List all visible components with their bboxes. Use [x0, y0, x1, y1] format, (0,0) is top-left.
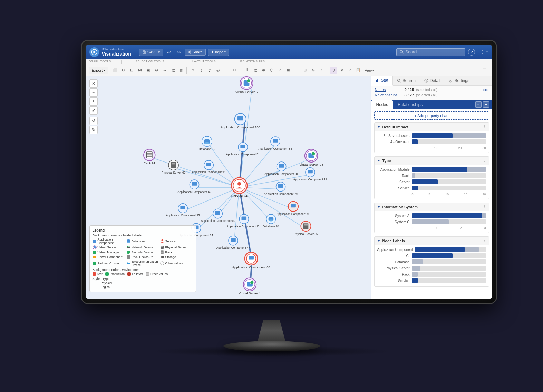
node-vs5[interactable]: Virtual Server 5 — [235, 77, 257, 94]
search-icon — [399, 50, 404, 54]
share-button[interactable]: Share — [185, 49, 205, 56]
relationships-label[interactable]: Relationships — [375, 93, 403, 97]
node-ac86[interactable]: Application Component 86 — [258, 137, 292, 150]
select-tool[interactable]: ⬜ — [111, 67, 119, 74]
rel-tool-3[interactable]: ↗ — [346, 67, 354, 74]
node-layout-tool[interactable]: ⋮⋮ — [293, 67, 300, 74]
tab-detail[interactable]: i Detail — [420, 76, 445, 85]
node-vs98[interactable]: Virtual Server 98 — [299, 149, 323, 167]
settings-tool[interactable]: ⚙ — [119, 67, 127, 74]
lasso-tool[interactable]: ⤵ — [198, 67, 205, 74]
block-tool[interactable]: ⊗ — [153, 67, 160, 74]
svg-rect-59 — [147, 156, 152, 157]
node-labels-more-icon[interactable]: ⋮ — [482, 238, 486, 243]
node-ac31[interactable]: Application Component 31 — [192, 160, 225, 174]
nodes-label[interactable]: Nodes — [375, 88, 403, 92]
info-system-more-icon[interactable]: ⋮ — [482, 205, 486, 209]
force-layout-tool[interactable]: ☆ — [318, 67, 325, 74]
chart-default-impact-body: 3 - Several users 4 - One user — [375, 131, 489, 153]
zoom-in-button[interactable]: + — [89, 97, 98, 106]
arrow-tool[interactable]: → — [161, 67, 168, 74]
save-button[interactable]: SAVE ▾ — [139, 49, 164, 56]
nr-tab-nodes[interactable]: Nodes — [371, 100, 393, 109]
more-link[interactable]: more — [481, 88, 488, 92]
svg-point-1 — [93, 51, 95, 53]
circle-select-tool[interactable]: ◎ — [214, 67, 222, 74]
node-ac68[interactable]: Application Component 68 — [232, 252, 270, 270]
group-tool[interactable]: ▣ — [144, 67, 152, 74]
rel-tool-1[interactable]: ⬡ — [330, 67, 337, 74]
list-view-button[interactable]: ☰ — [480, 67, 489, 74]
add-property-button[interactable]: + Add property chart — [374, 111, 489, 120]
svg-rect-137 — [93, 251, 96, 254]
node-ac100[interactable]: Application Component 100 — [220, 113, 260, 129]
more-options-icon[interactable]: ⋮ — [482, 125, 486, 129]
rel-tool-2[interactable]: ⊗ — [338, 67, 346, 74]
type-more-icon[interactable]: ⋮ — [482, 158, 486, 163]
svg-point-47 — [204, 142, 210, 144]
relationships-value: 8 / 27 — [405, 93, 414, 97]
pause-tool[interactable]: ⏸ — [223, 67, 230, 74]
node-svc24[interactable]: Service 24 — [231, 178, 248, 198]
import-button[interactable]: ⬆ Import — [208, 49, 229, 56]
help-icon[interactable]: ? — [468, 49, 475, 56]
mesh-layout-tool[interactable]: ⊞ — [301, 67, 309, 74]
node-ac95[interactable]: Application Component 95 — [166, 204, 200, 217]
node-db55[interactable]: Database 55 — [198, 136, 215, 151]
node-ac34[interactable]: Application Component 34 — [264, 162, 298, 176]
minus-button[interactable]: − — [475, 101, 482, 108]
export-button[interactable]: Export ▾ — [89, 67, 109, 74]
node-ac51[interactable]: Application Component 51 — [226, 143, 260, 156]
node-ac62[interactable]: Application Component 62 — [177, 180, 211, 194]
tab-settings[interactable]: Settings — [445, 76, 474, 85]
share-layout-tool[interactable]: ↗ — [276, 67, 284, 74]
node-labels-collapse-icon[interactable]: ▼ — [377, 239, 381, 243]
info-system-collapse-icon[interactable]: ▼ — [377, 205, 381, 209]
node-ac93b[interactable]: Application Component 93 — [201, 209, 234, 223]
layout-tool[interactable]: ⊞ — [128, 67, 135, 74]
redo-button[interactable]: ↪ — [175, 48, 183, 56]
type-collapse-icon[interactable]: ▼ — [377, 159, 381, 163]
radial-layout-tool[interactable]: ⊛ — [309, 67, 317, 74]
undo-button[interactable]: ↩ — [165, 48, 173, 56]
zoom-out-button[interactable]: − — [89, 88, 98, 97]
node-ac47[interactable]: Application Component 47 — [216, 236, 250, 250]
legend-item-physical-server: Physical Server — [160, 245, 193, 249]
search-input[interactable] — [405, 50, 457, 55]
node-ac11[interactable]: Application Component 11 — [293, 168, 327, 182]
redo-graph-button[interactable]: ↻ — [89, 126, 98, 134]
select-all-tool[interactable]: ↖ — [190, 67, 197, 74]
fullscreen-graph-button[interactable]: ⤢ — [89, 106, 98, 115]
nr-tab-relationships[interactable]: Relationships — [393, 100, 427, 109]
svg-rect-50 — [240, 145, 245, 148]
tab-stat[interactable]: Stat — [371, 76, 393, 86]
panel-content[interactable]: + Add property chart ▼ Default Impact ⋮ — [371, 109, 492, 299]
filter-tool[interactable]: ⋈ — [136, 67, 144, 74]
search-bar[interactable] — [396, 48, 465, 56]
svg-rect-132 — [127, 247, 130, 248]
delete-tool[interactable]: 🗑 — [177, 67, 185, 74]
reset-graph-button[interactable]: ↺ — [89, 117, 98, 125]
graph-area[interactable]: ✕ − + ⤢ ↺ ↻ — [86, 76, 371, 299]
bar-row-system-c: System C — [377, 219, 486, 224]
chain-layout-tool[interactable]: ⛓ — [251, 67, 259, 74]
target-tool[interactable]: ✂ — [231, 67, 239, 74]
node-vs1[interactable]: Virtual Server 1 — [239, 278, 261, 295]
node-db84[interactable]: Database 84 — [263, 214, 279, 228]
grid-layout-tool[interactable]: ⠿ — [243, 67, 251, 74]
collapse-icon[interactable]: ▼ — [377, 125, 381, 129]
rel-tool-5[interactable]: View ▾ — [363, 67, 376, 74]
chain-tool[interactable]: ⛓ — [169, 67, 177, 74]
fullscreen-icon[interactable]: ⛶ — [478, 49, 483, 55]
menu-icon[interactable]: ≡ — [485, 49, 488, 55]
tab-search[interactable]: Search — [393, 76, 420, 85]
plus-button[interactable]: + — [483, 101, 489, 108]
hex-layout-tool[interactable]: ⬡ — [268, 67, 275, 74]
close-graph-button[interactable]: ✕ — [89, 79, 98, 88]
tree-layout-tool[interactable]: ⊞ — [284, 67, 292, 74]
node-ac96[interactable]: Application Component 96 — [276, 202, 310, 216]
rel-tool-4[interactable]: 📋 — [355, 67, 362, 74]
node-rack91[interactable]: Rack 91 — [143, 149, 155, 165]
circle-layout-tool[interactable]: ⊕ — [260, 67, 267, 74]
expand-tool[interactable]: ⤴ — [206, 67, 214, 74]
